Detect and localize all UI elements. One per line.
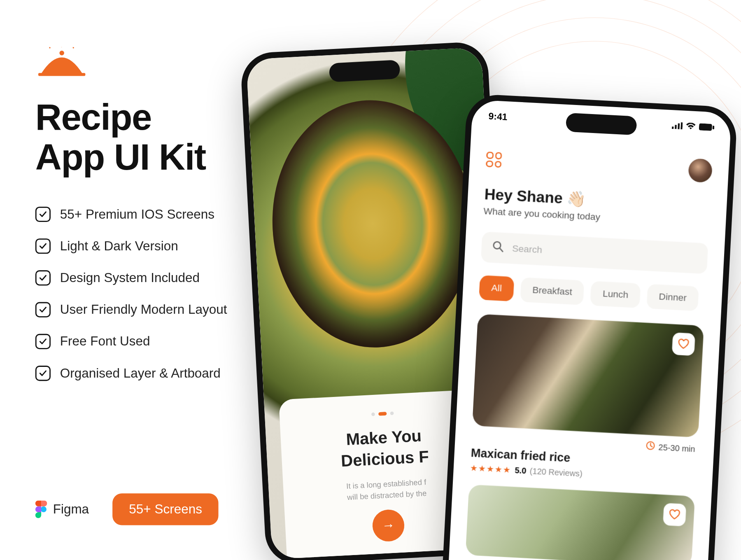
figma-label: Figma [53,502,89,517]
cloche-logo-icon [35,47,89,79]
search-placeholder: Search [512,243,543,255]
svg-rect-8 [672,126,674,129]
check-icon [35,302,51,317]
notch [329,60,401,82]
notch [566,113,637,135]
chip-breakfast[interactable]: Breakfast [520,277,585,305]
heart-icon [669,509,681,521]
check-icon [35,366,51,381]
arrow-right-icon: → [382,518,395,534]
favorite-button[interactable] [663,503,686,526]
signal-icon [672,121,683,132]
svg-point-7 [41,506,47,512]
figma-badge: Figma [35,501,89,518]
feature-label: User Friendly Modern Layout [60,302,227,317]
svg-rect-11 [680,122,683,129]
avatar[interactable] [688,158,713,183]
chip-dinner[interactable]: Dinner [646,284,699,311]
star-icons: ★★★★★ [470,463,511,475]
recipe-card[interactable]: 25-30 min Maxican fried rice ★★★★★ 5.0 (… [470,314,704,484]
svg-rect-5 [38,73,85,76]
svg-rect-10 [678,123,680,129]
recipe-image [472,314,704,437]
screens-count-badge: 55+ Screens [112,493,219,525]
pagination-dots[interactable] [296,408,469,420]
recipe-card[interactable] [466,484,695,560]
svg-line-15 [500,248,503,252]
menu-grid-icon[interactable] [486,152,502,168]
feature-label: Free Font Used [60,334,150,349]
svg-rect-13 [713,126,715,129]
category-chips: All Breakfast Lunch Dinner [479,275,706,312]
figma-icon [35,501,47,518]
favorite-button[interactable] [672,332,695,356]
battery-icon [699,122,714,133]
wifi-icon [686,121,696,133]
chip-lunch[interactable]: Lunch [590,281,641,308]
search-icon [492,240,504,255]
status-time: 9:41 [488,111,508,123]
check-icon [35,334,51,349]
next-button[interactable]: → [372,509,405,542]
feature-label: Light & Dark Version [60,239,178,254]
svg-point-6 [59,51,64,55]
feature-label: 55+ Premium IOS Screens [60,207,214,222]
svg-rect-9 [675,125,677,129]
check-icon [35,207,51,222]
search-input[interactable]: Search [481,231,708,274]
heart-icon [677,338,690,350]
feature-label: Design System Included [60,271,200,286]
check-icon [35,239,51,254]
onboarding-heading: Make YouDelicious F [297,423,472,475]
phone-home: 9:41 Hey Shane 👋🏻 What are you cooking t… [440,93,738,560]
chip-all[interactable]: All [479,275,514,301]
check-icon [35,271,51,286]
feature-label: Organised Layer & Artboard [60,366,221,381]
svg-rect-12 [699,123,712,131]
clock-icon [645,441,655,452]
